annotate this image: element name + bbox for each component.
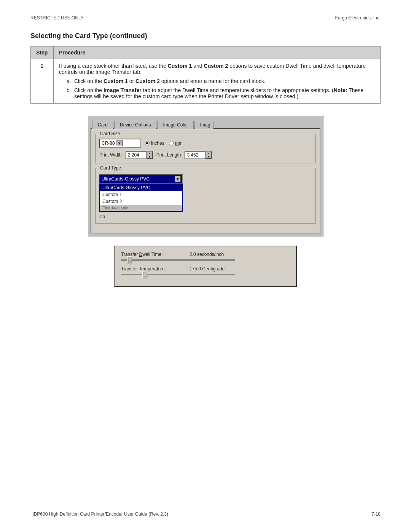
list-item-a: Click on the Custom 1 or Custom 2 option…	[67, 78, 375, 84]
print-width-arrows[interactable]: ▲ ▼	[147, 151, 153, 159]
card-type-selected[interactable]: UltraCards-Glossy PVC ▼	[99, 174, 183, 184]
radio-mm-label: mm	[175, 141, 183, 146]
card-type-arrow[interactable]: ▼	[175, 176, 181, 182]
svg-rect-0	[129, 257, 132, 262]
custom2-bold: Custom 2	[204, 63, 228, 69]
procedure-content: If using a card stock other than listed,…	[54, 59, 381, 104]
transfer-temp-value: 175.0 Centigrade	[190, 266, 225, 272]
print-length-value[interactable]: 3.452	[185, 151, 206, 159]
print-width-spinner[interactable]: 2.204 ▲ ▼	[126, 151, 153, 159]
custom1-bold: Custom 1	[168, 63, 192, 69]
dwell-slider-thumb[interactable]	[127, 256, 132, 264]
radio-group: inches mm	[145, 141, 183, 146]
procedure-list: Click on the Custom 1 or Custom 2 option…	[59, 78, 375, 99]
temp-slider-thumb-icon	[143, 272, 148, 279]
transfer-dialog-screenshot: Transfer Dwell Time: 2.0 seconds/inch Tr…	[114, 246, 297, 287]
transfer-temp-label: Transfer Temperature:	[121, 266, 182, 272]
card-type-list: UltraCards-Glossy PVC Custom 1 Custom 2 …	[99, 184, 183, 212]
tab-image-color[interactable]: Image Color	[157, 121, 193, 129]
header-left: RESTRICTED USE ONLY	[30, 15, 84, 21]
print-length-spinner[interactable]: 3.452 ▲ ▼	[185, 151, 212, 159]
svg-marker-3	[143, 276, 148, 279]
radio-mm-circle	[169, 141, 174, 145]
card-type-dropdown[interactable]: UltraCards-Glossy PVC ▼ UltraCards-Gloss…	[99, 174, 183, 212]
card-size-row2: Print Width 2.204 ▲ ▼ Print Length 3.452…	[99, 151, 312, 159]
card-size-dropdown-arrow[interactable]: ▼	[116, 140, 123, 146]
image-transfer-bold: Image Transfer	[104, 87, 142, 93]
svg-marker-1	[127, 262, 133, 265]
card-type-group: Card Type UltraCards-Glossy PVC ▼ UltraC…	[95, 168, 316, 224]
footer-left: HDP600 High Definition Card Printer/Enco…	[30, 511, 168, 517]
card-type-option-first-available[interactable]: First Available	[100, 205, 182, 211]
tab-device-options[interactable]: Device Options	[114, 121, 156, 129]
page-footer: HDP600 High Definition Card Printer/Enco…	[30, 504, 381, 517]
card-size-value: CR-80	[102, 141, 115, 146]
radio-inches-label: inches	[151, 141, 164, 146]
transfer-dwell-row: Transfer Dwell Time: 2.0 seconds/inch	[121, 252, 290, 257]
dwell-slider-thumb-icon	[127, 257, 133, 265]
print-width-up[interactable]: ▲	[147, 152, 152, 155]
card-type-ca-row: Ca	[99, 214, 312, 219]
col-procedure: Procedure	[54, 46, 381, 59]
card-size-dropdown[interactable]: CR-80 ▼	[99, 139, 141, 148]
print-width-value[interactable]: 2.204	[126, 151, 147, 159]
item-a-custom1: Custom 1	[104, 78, 128, 84]
print-length-down[interactable]: ▼	[206, 155, 211, 158]
step-number: 2	[31, 59, 54, 104]
page-header: RESTRICTED USE ONLY Fargo Electronics, I…	[30, 15, 381, 21]
dwell-slider-container	[121, 259, 290, 261]
note-bold: Note:	[334, 87, 347, 93]
radio-inches[interactable]: inches	[145, 141, 164, 146]
temp-slider-track	[121, 274, 235, 275]
print-width-down[interactable]: ▼	[147, 155, 152, 158]
card-type-option-custom2[interactable]: Custom 2	[100, 198, 182, 205]
temp-slider-thumb[interactable]	[142, 271, 147, 278]
col-step: Step	[31, 46, 54, 59]
card-size-row1: CR-80 ▼ inches mm	[99, 139, 312, 148]
dialog-content-area: Card Size CR-80 ▼ inches	[91, 128, 320, 233]
print-length-label: Print Length	[156, 152, 181, 158]
print-length-arrows[interactable]: ▲ ▼	[206, 151, 212, 159]
print-width-label: Print Width	[99, 152, 122, 158]
card-type-legend: Card Type	[99, 165, 123, 171]
card-type-selected-value: UltraCards-Glossy PVC	[102, 176, 150, 182]
card-size-legend: Card Size	[99, 131, 122, 136]
header-right: Fargo Electronics, Inc.	[335, 15, 381, 21]
radio-mm[interactable]: mm	[169, 141, 183, 146]
section-title: Selecting the Card Type (continued)	[30, 32, 381, 40]
svg-rect-2	[144, 272, 147, 276]
para1: If using a card stock other than listed,…	[59, 63, 375, 75]
tab-card[interactable]: Card	[92, 121, 113, 129]
ca-label: Ca	[99, 214, 105, 219]
print-length-up[interactable]: ▲	[206, 152, 211, 155]
card-type-option-custom1[interactable]: Custom 1	[100, 191, 182, 198]
tab-bar: Card Device Options Image Color Imag	[91, 118, 320, 128]
transfer-dwell-value: 2.0 seconds/inch	[190, 252, 224, 257]
card-size-group: Card Size CR-80 ▼ inches	[95, 134, 316, 163]
card-dialog-screenshot: Card Device Options Image Color Imag Car…	[88, 115, 323, 236]
procedure-table: Step Procedure 2 If using a card stock o…	[30, 46, 381, 104]
footer-right: 7-18	[371, 511, 381, 517]
card-type-option-ultragloss[interactable]: UltraCards-Glossy PVC	[100, 184, 182, 191]
tab-image-partial[interactable]: Imag	[194, 121, 213, 129]
dwell-slider-track	[121, 259, 235, 261]
radio-inches-circle	[145, 141, 150, 145]
item-a-custom2: Custom 2	[135, 78, 160, 84]
table-row: 2 If using a card stock other than liste…	[31, 59, 381, 104]
card-type-dropdown-area: UltraCards-Glossy PVC ▼ UltraCards-Gloss…	[99, 174, 312, 212]
list-item-b: Click on the Image Transfer tab to adjus…	[67, 87, 375, 99]
temp-slider-container	[121, 274, 290, 275]
